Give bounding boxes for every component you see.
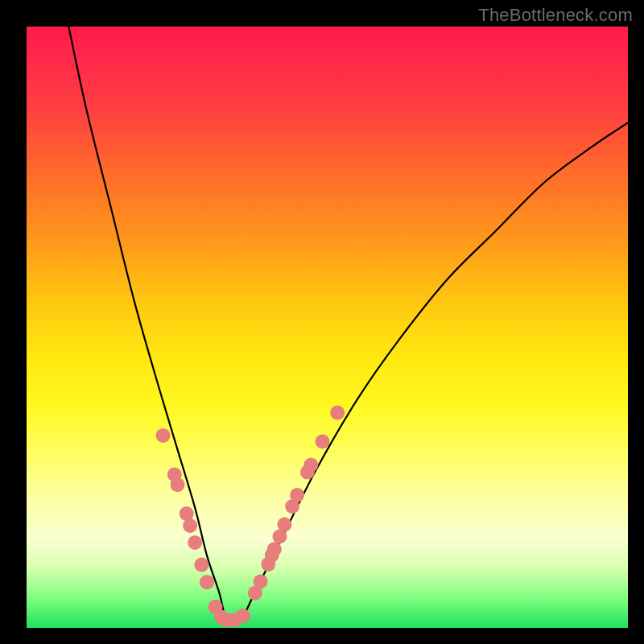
- curve-marker: [254, 574, 268, 588]
- curve-marker: [236, 609, 250, 623]
- curve-marker: [316, 434, 330, 448]
- curve-marker: [330, 406, 345, 420]
- curve-marker: [267, 542, 282, 556]
- chart-svg: [27, 27, 628, 628]
- curve-marker: [303, 458, 318, 473]
- curve-marker: [188, 535, 202, 550]
- curve-marker: [290, 488, 304, 502]
- curve-marker: [277, 518, 291, 532]
- watermark-text: TheBottleneck.com: [478, 5, 633, 26]
- curve-marker: [200, 575, 214, 589]
- curve-marker: [183, 518, 197, 533]
- curve-marker: [156, 428, 171, 443]
- bottleneck-curve: [68, 27, 628, 622]
- marker-group: [156, 406, 345, 628]
- curve-marker: [194, 558, 208, 572]
- curve-marker: [171, 477, 185, 492]
